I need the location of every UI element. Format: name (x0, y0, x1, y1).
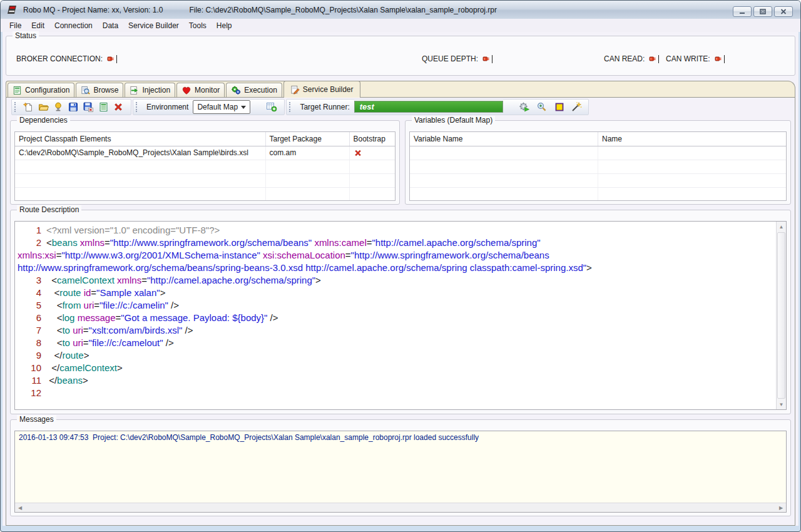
document-view-button[interactable] (96, 100, 111, 114)
menu-help[interactable]: Help (212, 19, 237, 32)
close-button[interactable] (774, 6, 793, 17)
status-label: BROKER CONNECTION: (16, 54, 103, 63)
scrollbar-thumb[interactable] (777, 232, 785, 399)
dependencies-group: Dependencies Project Classpath ElementsT… (10, 120, 400, 205)
scroll-down-icon[interactable]: ▼ (777, 399, 786, 409)
dependency-row[interactable]: C:\dev2\RoboMQ\Sample_RoboMQ_Projects\Xa… (15, 146, 395, 160)
menu-connection[interactable]: Connection (49, 19, 98, 32)
code-line: 6 <log message="Got a message. Payload: … (18, 312, 772, 324)
tab-configuration[interactable]: Configuration (8, 83, 74, 97)
tab-label: Injection (142, 86, 170, 95)
column-header[interactable]: Target Package (265, 132, 349, 146)
menu-tools[interactable]: Tools (184, 19, 212, 32)
toolbar-drag-handle[interactable] (289, 102, 292, 112)
minimize-icon (739, 9, 745, 14)
environment-label: Environment (146, 103, 188, 111)
maximize-icon (760, 9, 766, 14)
toolbar-drag-handle[interactable] (14, 102, 18, 112)
document-view-icon (99, 102, 108, 112)
column-header[interactable]: Name (598, 132, 787, 146)
line-number: 9 (18, 349, 41, 362)
scroll-left-icon[interactable]: ◀ (15, 503, 25, 512)
empty-row (15, 187, 395, 201)
toolbar-drag-handle[interactable] (136, 102, 139, 112)
open-folder-button[interactable] (36, 100, 51, 114)
bootstrap-cell[interactable] (349, 146, 395, 160)
monitor-icon (181, 86, 191, 95)
tab-injection[interactable]: Injection (125, 83, 175, 97)
tab-execution[interactable]: Execution (226, 83, 282, 97)
save-as-icon (83, 102, 93, 112)
empty-row (15, 173, 395, 187)
tab-browse[interactable]: Browse (76, 83, 123, 97)
disconnected-plug-icon (107, 55, 115, 63)
environment-dropdown[interactable]: Default Map (193, 100, 250, 114)
menu-service-builder[interactable]: Service Builder (123, 19, 184, 32)
route-xml-editor[interactable]: 1<?xml version="1.0" encoding="UTF-8"?>2… (14, 221, 787, 410)
vertical-scrollbar[interactable]: ▲ ▼ (776, 222, 786, 409)
run-settings-icon (519, 101, 530, 112)
code-line: 7 <to uri="xslt:com/am/birds.xsl" /> (18, 324, 772, 337)
tab-label: Monitor (195, 86, 220, 95)
status-group: Status BROKER CONNECTION:QUEUE DEPTH:CAN… (6, 36, 795, 76)
app-window: Robo MQ - Project Name: xx, Version: 1.0… (0, 0, 801, 532)
empty-row (410, 160, 786, 173)
zoom-in-icon (536, 101, 547, 112)
save-button[interactable] (66, 100, 81, 114)
line-number: 1 (18, 224, 41, 237)
package-cell: com.am (265, 146, 349, 160)
horizontal-scrollbar[interactable]: ◀ ▶ (15, 503, 786, 512)
log-message: 2016-01-13 09:47:53 Project: C:\dev2\Rob… (15, 431, 786, 444)
empty-row (410, 146, 786, 160)
delete-button[interactable] (111, 100, 126, 114)
toolbar-file-group (11, 99, 131, 115)
status-indicator: QUEUE DEPTH: (422, 54, 492, 64)
tab-label: Service Builder (303, 85, 354, 94)
disconnected-plug-icon (649, 55, 657, 63)
menu-data[interactable]: Data (98, 19, 123, 32)
breakpoint-button[interactable] (553, 100, 566, 114)
save-as-button[interactable] (81, 100, 96, 114)
window-title-file: File: C:\dev2\RoboMQ\Sample_RoboMQ_Proje… (189, 6, 497, 14)
status-indicator: CAN READ: (604, 54, 659, 64)
empty-row (410, 187, 786, 201)
text-caret (658, 55, 659, 63)
delete-icon (113, 102, 123, 112)
add-dependency-button[interactable] (264, 100, 279, 114)
code-line: 1<?xml version="1.0" encoding="UTF-8"?> (18, 224, 772, 237)
line-number: 12 (18, 387, 41, 399)
column-header[interactable]: Project Classpath Elements (15, 132, 265, 146)
delete-cross-icon[interactable] (354, 149, 394, 157)
service-builder-icon (290, 85, 300, 95)
window-title: Robo MQ - Project Name: xx, Version: 1.0 (23, 6, 163, 14)
scroll-right-icon[interactable]: ▶ (776, 503, 786, 512)
menu-edit[interactable]: Edit (26, 19, 49, 32)
column-header[interactable]: Bootstrap (349, 132, 395, 146)
menu-file[interactable]: File (4, 19, 26, 32)
wizard-button[interactable] (571, 100, 583, 114)
injection-icon (130, 86, 139, 95)
line-number: 7 (18, 324, 41, 337)
tab-service-builder[interactable]: Service Builder (283, 81, 360, 98)
new-file-button[interactable] (21, 100, 36, 114)
column-header[interactable]: Variable Name (410, 132, 598, 146)
window-bottom-frame (1, 526, 800, 531)
classpath-cell: C:\dev2\RoboMQ\Sample_RoboMQ_Projects\Xa… (15, 146, 265, 160)
target-runner-input[interactable]: test (354, 101, 503, 113)
line-number: 4 (18, 287, 41, 299)
lamp-icon (53, 102, 63, 112)
variables-group: Variables (Default Map) Variable NameNam… (405, 120, 791, 205)
maximize-button[interactable] (753, 6, 772, 17)
zoom-in-button[interactable] (536, 100, 548, 114)
run-settings-button[interactable] (518, 100, 531, 114)
tab-monitor[interactable]: Monitor (176, 83, 225, 97)
line-number: 8 (18, 337, 41, 349)
minimize-button[interactable] (733, 6, 752, 17)
tab-strip: ConfigurationBrowseInjectionMonitorExecu… (6, 81, 795, 97)
status-legend: Status (13, 31, 39, 40)
execution-icon (231, 86, 241, 95)
scroll-up-icon[interactable]: ▲ (777, 222, 786, 232)
lamp-button[interactable] (51, 100, 66, 114)
empty-row (15, 160, 395, 173)
status-label: QUEUE DEPTH: (422, 54, 478, 63)
